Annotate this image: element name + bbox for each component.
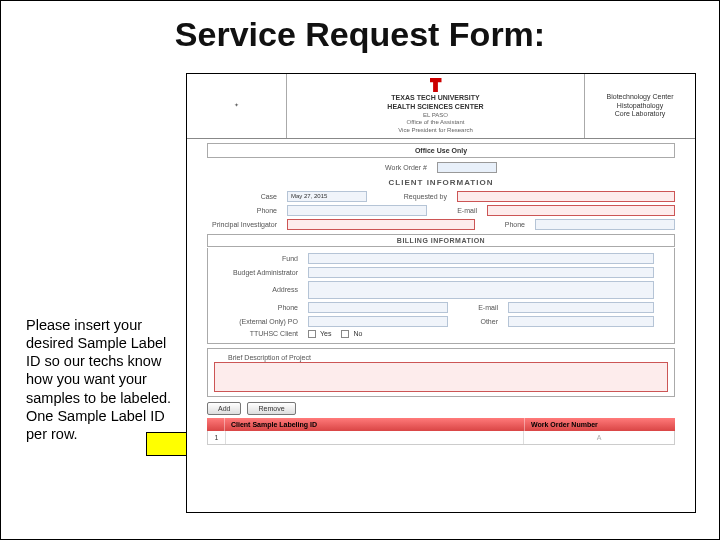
bill-phone-label: Phone <box>228 304 298 311</box>
fund-field[interactable] <box>308 253 654 264</box>
seal-icon: ✦ <box>234 102 239 110</box>
budget-admin-field[interactable] <box>308 267 654 278</box>
col-num <box>207 418 225 431</box>
office-line: Office of the Assistant <box>407 119 465 127</box>
address-field[interactable] <box>308 281 654 299</box>
pi-label: Principal Investigator <box>207 221 277 228</box>
checkbox-icon <box>308 330 316 338</box>
pi-phone-label: Phone <box>485 221 525 228</box>
case-field[interactable]: May 27, 2015 <box>287 191 367 202</box>
work-order-cell: A <box>524 431 674 444</box>
table-row[interactable]: 1 A <box>207 431 675 445</box>
email-label: E-mail <box>437 207 477 214</box>
requested-by-label: Requested by <box>377 193 447 200</box>
annotation-text: Please insert your desired Sample Label … <box>26 316 181 443</box>
slide-title: Service Request Form: <box>1 15 719 54</box>
ext-po-label: (External Only) PO <box>228 318 298 325</box>
row-number: 1 <box>208 431 226 444</box>
form-image: ✦ TEXAS TECH UNIVERSITY HEALTH SCIENCES … <box>186 73 696 513</box>
budget-admin-label: Budget Administrator <box>228 269 298 276</box>
pi-phone-field[interactable] <box>535 219 675 230</box>
col-sample-label: Client Sample Labeling ID <box>225 418 525 431</box>
description-field[interactable] <box>214 362 668 392</box>
lab-line2: Histopathology <box>617 102 663 111</box>
add-button[interactable]: Add <box>207 402 241 415</box>
sample-label-cell[interactable] <box>226 431 524 444</box>
tt-logo-icon <box>430 78 442 92</box>
requested-by-field[interactable] <box>457 191 675 202</box>
office-use-label: Office Use Only <box>214 147 668 154</box>
remove-button[interactable]: Remove <box>247 402 295 415</box>
work-order-field[interactable] <box>437 162 497 173</box>
ttu-client-label: TTUHSC Client <box>228 330 298 337</box>
other-field[interactable] <box>508 316 654 327</box>
address-label: Address <box>228 286 298 293</box>
checkbox-icon <box>341 330 349 338</box>
lab-line1: Biotechnology Center <box>607 93 674 102</box>
sample-table-header: Client Sample Labeling ID Work Order Num… <box>207 418 675 431</box>
work-order-label: Work Order # <box>385 164 427 171</box>
fund-label: Fund <box>228 255 298 262</box>
client-info-title: CLIENT INFORMATION <box>187 178 695 187</box>
email-field[interactable] <box>487 205 675 216</box>
yes-option[interactable]: Yes <box>308 330 331 338</box>
no-option[interactable]: No <box>341 330 362 338</box>
campus-name: EL PASO <box>423 112 448 120</box>
ext-po-field[interactable] <box>308 316 448 327</box>
center-name: HEALTH SCIENCES CENTER <box>387 103 483 112</box>
bill-email-field[interactable] <box>508 302 654 313</box>
form-header: ✦ TEXAS TECH UNIVERSITY HEALTH SCIENCES … <box>187 74 695 139</box>
phone-label: Phone <box>207 207 277 214</box>
pi-field[interactable] <box>287 219 475 230</box>
lab-line3: Core Laboratory <box>615 110 666 119</box>
phone-field[interactable] <box>287 205 427 216</box>
desc-label: Brief Description of Project <box>228 354 311 361</box>
case-label: Case <box>207 193 277 200</box>
bill-email-label: E-mail <box>458 304 498 311</box>
office-use-box: Office Use Only <box>207 143 675 158</box>
university-name: TEXAS TECH UNIVERSITY <box>391 94 479 103</box>
billing-info-title: BILLING INFORMATION <box>207 234 675 247</box>
vp-line: Vice President for Research <box>398 127 473 135</box>
bill-phone-field[interactable] <box>308 302 448 313</box>
slide-frame: Service Request Form: Please insert your… <box>0 0 720 540</box>
col-work-order: Work Order Number <box>525 418 675 431</box>
other-label: Other <box>458 318 498 325</box>
